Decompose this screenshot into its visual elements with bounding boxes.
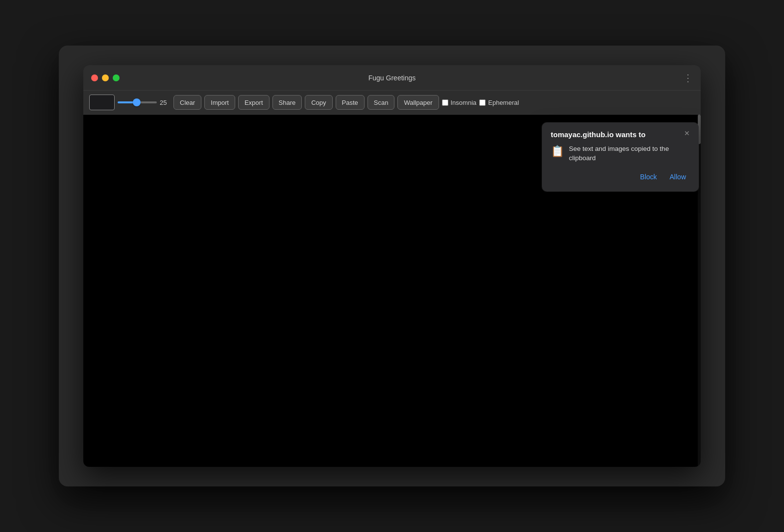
paste-button[interactable]: Paste	[336, 95, 365, 110]
titlebar: Fugu Greetings ⋮	[83, 65, 701, 91]
toolbar: 25 Clear Import Export Share Copy Paste …	[83, 91, 701, 115]
app-window: Fugu Greetings ⋮ 25 Clear Import Export …	[83, 65, 701, 467]
slider-value: 25	[160, 99, 171, 106]
copy-button[interactable]: Copy	[305, 95, 332, 110]
scan-button[interactable]: Scan	[368, 95, 395, 110]
titlebar-menu-icon[interactable]: ⋮	[683, 72, 693, 84]
minimize-button[interactable]	[102, 74, 109, 81]
canvas-area[interactable]: tomayac.github.io wants to ✕ 📋 See text …	[83, 115, 701, 467]
traffic-lights	[91, 74, 120, 81]
popup-header: tomayac.github.io wants to ✕	[551, 130, 690, 139]
clipboard-icon: 📋	[551, 145, 564, 158]
share-button[interactable]: Share	[272, 95, 302, 110]
window-title: Fugu Greetings	[368, 74, 416, 82]
export-button[interactable]: Export	[238, 95, 270, 110]
ephemeral-checkbox-label[interactable]: Ephemeral	[479, 99, 519, 106]
ephemeral-checkbox[interactable]	[479, 99, 486, 106]
permission-popup: tomayac.github.io wants to ✕ 📋 See text …	[542, 122, 699, 192]
brush-size-slider[interactable]	[118, 101, 157, 103]
clear-button[interactable]: Clear	[173, 95, 201, 110]
screen-background: Fugu Greetings ⋮ 25 Clear Import Export …	[59, 46, 725, 486]
popup-actions: Block Allow	[551, 171, 690, 183]
ephemeral-label: Ephemeral	[488, 99, 519, 106]
insomnia-checkbox[interactable]	[442, 99, 448, 106]
popup-description: See text and images copied to the clipbo…	[569, 145, 690, 163]
close-button[interactable]	[91, 74, 98, 81]
popup-title: tomayac.github.io wants to	[551, 130, 645, 139]
color-swatch[interactable]	[89, 95, 115, 110]
brush-size-slider-container: 25	[118, 99, 171, 106]
insomnia-label: Insomnia	[451, 99, 477, 106]
import-button[interactable]: Import	[204, 95, 235, 110]
maximize-button[interactable]	[113, 74, 120, 81]
popup-close-button[interactable]: ✕	[684, 130, 690, 137]
allow-button[interactable]: Allow	[666, 171, 690, 183]
insomnia-checkbox-label[interactable]: Insomnia	[442, 99, 477, 106]
popup-body: 📋 See text and images copied to the clip…	[551, 145, 690, 163]
block-button[interactable]: Block	[636, 171, 661, 183]
wallpaper-button[interactable]: Wallpaper	[397, 95, 439, 110]
